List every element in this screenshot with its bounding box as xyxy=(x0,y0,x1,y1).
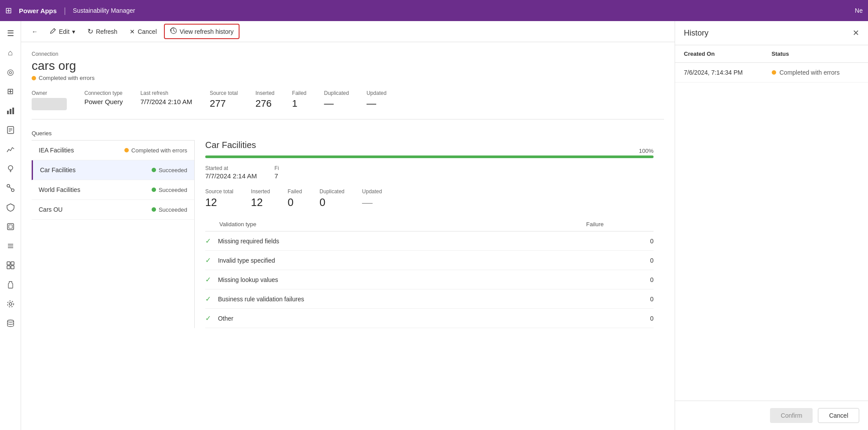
detail-duplicated-label: Duplicated xyxy=(320,188,345,195)
cancel-x-icon: ✕ xyxy=(130,28,135,35)
validation-type-header: Validation type xyxy=(205,217,586,231)
query-item-car[interactable]: Car Facilities Succeeded xyxy=(32,160,194,180)
detail-duplicated: Duplicated 0 xyxy=(320,188,345,209)
validation-check-cell: ✓ Other xyxy=(205,309,586,328)
finished-at-value: 7 xyxy=(275,172,279,180)
page-content: Connection cars org Completed with error… xyxy=(21,42,675,430)
connection-status-text: Completed with errors xyxy=(39,75,94,81)
home-icon[interactable]: ⌂ xyxy=(2,44,19,61)
cancel-history-button[interactable]: Cancel xyxy=(818,408,859,423)
connection-type-value: Power Query xyxy=(84,98,123,105)
world-status-text: Succeeded xyxy=(159,187,187,193)
query-status-car: Succeeded xyxy=(152,167,187,173)
history-close-button[interactable]: ✕ xyxy=(853,28,859,38)
analytics-icon[interactable] xyxy=(2,141,19,158)
cars-ou-status-dot xyxy=(152,207,156,212)
car-status-text: Succeeded xyxy=(159,167,187,173)
validation-type-text: Missing lookup values xyxy=(218,276,278,283)
failure-count-header: Failure xyxy=(586,217,654,231)
view-refresh-history-button[interactable]: View refresh history xyxy=(164,24,240,39)
content-area: ← Edit ▾ ↻ Refresh ✕ Cancel xyxy=(21,21,675,430)
bottle-icon[interactable] xyxy=(2,276,19,293)
started-at-value: 7/7/2024 2:14 AM xyxy=(205,172,257,180)
apps-grid-icon[interactable]: ⊞ xyxy=(5,6,12,15)
owner-avatar xyxy=(32,98,67,110)
duplicated-label: Duplicated xyxy=(324,90,349,96)
cancel-label: Cancel xyxy=(138,28,157,35)
updated-value: — xyxy=(367,98,386,109)
edit-pencil-icon xyxy=(50,28,56,35)
svg-rect-2 xyxy=(12,108,14,114)
report-icon[interactable] xyxy=(2,121,19,139)
source-total-value: 277 xyxy=(210,98,238,109)
edit-button[interactable]: Edit ▾ xyxy=(45,25,80,38)
top-navigation: ⊞ Power Apps | Sustainability Manager Ne xyxy=(0,0,868,21)
back-icon: ← xyxy=(32,28,38,35)
duplicated-meta: Duplicated — xyxy=(324,90,349,109)
validation-failure-count: 0 xyxy=(586,270,654,289)
svg-rect-17 xyxy=(11,262,14,265)
query-status-world: Succeeded xyxy=(152,187,187,193)
validation-row: ✓ Invalid type specified 0 xyxy=(205,251,654,270)
svg-rect-18 xyxy=(7,266,10,269)
shield-icon[interactable] xyxy=(2,199,19,216)
inserted-label: Inserted xyxy=(255,90,274,96)
query-item-world[interactable]: World Facilities Succeeded xyxy=(32,180,194,200)
connection-status-dot xyxy=(32,76,36,80)
timing-row: Started at 7/7/2024 2:14 AM Fi 7 xyxy=(205,165,654,180)
connection-type-meta: Connection type Power Query xyxy=(84,90,123,105)
confirm-button[interactable]: Confirm xyxy=(770,408,813,423)
refresh-button[interactable]: ↻ Refresh xyxy=(82,25,123,38)
finished-at-label: Fi xyxy=(275,165,279,171)
history-row[interactable]: 7/6/2024, 7:14:34 PM Completed with erro… xyxy=(675,63,868,83)
hamburger-icon[interactable]: ☰ xyxy=(2,25,19,42)
connection-meta-row: Owner Connection type Power Query Last r… xyxy=(32,90,664,119)
chart-bar-icon[interactable] xyxy=(2,102,19,119)
updated-label: Updated xyxy=(367,90,386,96)
queries-list-pane: IEA Facilities Completed with errors Car… xyxy=(32,140,194,328)
settings-icon[interactable] xyxy=(2,295,19,313)
last-refresh-meta: Last refresh 7/7/2024 2:10 AM xyxy=(141,90,192,105)
detail-updated-label: Updated xyxy=(362,188,382,195)
connection-type-label: Connection type xyxy=(84,90,123,96)
query-item-iea[interactable]: IEA Facilities Completed with errors xyxy=(32,141,194,160)
validation-check-cell: ✓ Missing lookup values xyxy=(205,270,586,289)
grid2-icon[interactable]: ⊞ xyxy=(2,83,19,100)
back-button[interactable]: ← xyxy=(26,25,43,38)
connect-icon[interactable] xyxy=(2,179,19,197)
cancel-button[interactable]: ✕ Cancel xyxy=(124,25,162,38)
query-name-iea: IEA Facilities xyxy=(39,147,74,154)
database-icon[interactable] xyxy=(2,314,19,332)
view-history-label: View refresh history xyxy=(180,28,234,35)
detail-inserted: Inserted 12 xyxy=(251,188,270,209)
history-row-status: Completed with errors xyxy=(772,69,860,76)
stats-row: Source total 12 Inserted 12 Failed 0 D xyxy=(205,188,654,209)
detail-updated: Updated — xyxy=(362,188,382,209)
user-indicator: Ne xyxy=(855,7,863,14)
failed-meta: Failed 1 xyxy=(292,90,307,109)
list-icon[interactable] xyxy=(2,237,19,255)
lightbulb-icon[interactable] xyxy=(2,160,19,177)
connection-status-row: Completed with errors xyxy=(32,75,664,81)
query-item-cars-ou[interactable]: Cars OU Succeeded xyxy=(32,200,194,220)
history-clock-icon xyxy=(170,27,177,36)
failed-label: Failed xyxy=(292,90,307,96)
validation-failure-count: 0 xyxy=(586,309,654,328)
car-status-dot xyxy=(152,168,156,172)
failed-value: 1 xyxy=(292,98,307,109)
source-total-meta: Source total 277 xyxy=(210,90,238,109)
dashboard-icon[interactable] xyxy=(2,257,19,274)
target-icon[interactable]: ◎ xyxy=(2,63,19,81)
finished-at-item: Fi 7 xyxy=(275,165,279,180)
connection-name: cars org xyxy=(32,59,664,73)
connection-section-label: Connection xyxy=(32,51,664,57)
query-status-cars-ou: Succeeded xyxy=(152,206,187,213)
svg-rect-12 xyxy=(9,225,12,228)
inserted-value: 276 xyxy=(255,98,274,109)
app-name: Sustainability Manager xyxy=(73,7,135,14)
history-status-text: Completed with errors xyxy=(780,69,840,76)
svg-rect-16 xyxy=(7,262,10,265)
svg-rect-0 xyxy=(7,111,9,114)
layers-icon[interactable] xyxy=(2,218,19,235)
validation-failure-count: 0 xyxy=(586,251,654,270)
